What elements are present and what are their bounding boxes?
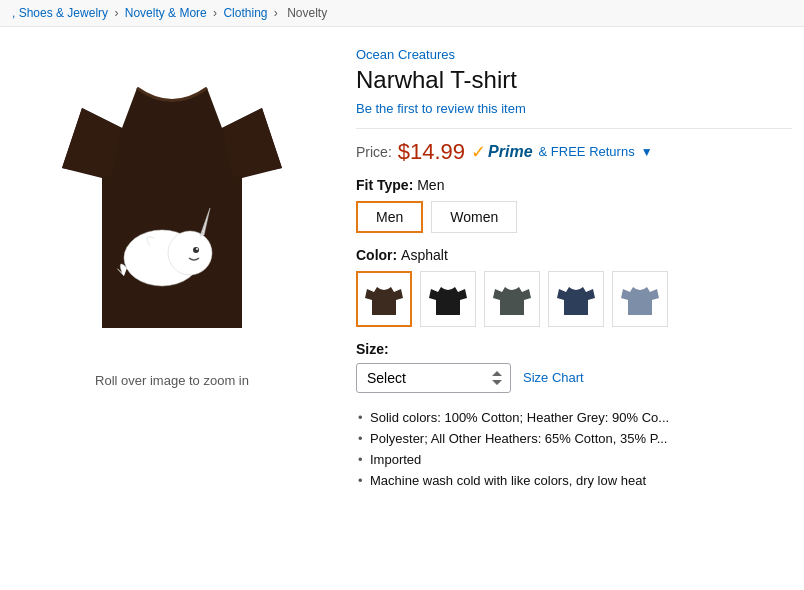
product-title: Narwhal T-shirt	[356, 66, 792, 95]
size-chart-link[interactable]: Size Chart	[523, 370, 584, 385]
bullet-item: Solid colors: 100% Cotton; Heather Grey:…	[356, 407, 792, 428]
svg-point-2	[193, 247, 199, 253]
product-page: Roll over image to zoom in Ocean Creatur…	[0, 27, 804, 507]
size-label: Size:	[356, 341, 792, 357]
details-column: Ocean Creatures Narwhal T-shirt Be the f…	[356, 43, 792, 491]
svg-point-1	[168, 231, 212, 275]
fit-buttons-group: Men Women	[356, 201, 792, 233]
color-swatch-navy[interactable]	[548, 271, 604, 327]
color-swatch-heather-blue[interactable]	[612, 271, 668, 327]
brand-link[interactable]: Ocean Creatures	[356, 47, 792, 62]
price-value: $14.99	[398, 139, 465, 165]
breadcrumb-current: Novelty	[287, 6, 327, 20]
returns-dropdown-icon[interactable]: ▼	[641, 145, 653, 159]
price-label: Price:	[356, 144, 392, 160]
swatch-tshirt-heather-blue	[621, 282, 659, 316]
breadcrumb-link-shoes[interactable]: , Shoes & Jewelry	[12, 6, 108, 20]
breadcrumb: , Shoes & Jewelry › Novelty & More › Clo…	[0, 0, 804, 27]
bullet-item: Polyester; All Other Heathers: 65% Cotto…	[356, 428, 792, 449]
swatch-tshirt-asphalt	[365, 282, 403, 316]
product-bullets: Solid colors: 100% Cotton; Heather Grey:…	[356, 407, 792, 491]
color-section: Color: Asphalt	[356, 247, 792, 327]
review-link[interactable]: Be the first to review this item	[356, 101, 792, 116]
swatch-tshirt-navy	[557, 282, 595, 316]
swatch-tshirt-black	[429, 282, 467, 316]
prime-badge: ✓ Prime	[471, 141, 532, 163]
prime-text: Prime	[488, 143, 532, 161]
svg-point-3	[196, 248, 198, 250]
prime-check-icon: ✓	[471, 141, 486, 163]
product-image	[42, 58, 302, 348]
fit-btn-men[interactable]: Men	[356, 201, 423, 233]
size-select[interactable]: Select XS S M L XL 2XL 3XL	[356, 363, 511, 393]
fit-btn-women[interactable]: Women	[431, 201, 517, 233]
color-value: Asphalt	[401, 247, 448, 263]
breadcrumb-link-novelty[interactable]: Novelty & More	[125, 6, 207, 20]
color-swatch-asphalt[interactable]	[356, 271, 412, 327]
bullet-item: Machine wash cold with like colors, dry …	[356, 470, 792, 491]
product-image-container	[22, 43, 322, 363]
fit-type-section: Fit Type: Men Men Women	[356, 177, 792, 233]
color-swatch-black[interactable]	[420, 271, 476, 327]
price-row: Price: $14.99 ✓ Prime & FREE Returns ▼	[356, 139, 792, 165]
fit-type-value: Men	[417, 177, 444, 193]
size-section: Size: Select XS S M L XL 2XL 3XL Size Ch…	[356, 341, 792, 393]
fit-type-label: Fit Type: Men	[356, 177, 792, 193]
free-returns-link[interactable]: & FREE Returns	[539, 144, 635, 159]
bullet-item: Imported	[356, 449, 792, 470]
price-divider	[356, 128, 792, 129]
color-label: Color: Asphalt	[356, 247, 792, 263]
breadcrumb-link-clothing[interactable]: Clothing	[223, 6, 267, 20]
image-caption: Roll over image to zoom in	[95, 373, 249, 388]
image-column: Roll over image to zoom in	[12, 43, 332, 491]
swatch-tshirt-darkgrey	[493, 282, 531, 316]
color-swatch-dark-grey[interactable]	[484, 271, 540, 327]
color-swatches	[356, 271, 792, 327]
size-select-row: Select XS S M L XL 2XL 3XL Size Chart	[356, 363, 792, 393]
